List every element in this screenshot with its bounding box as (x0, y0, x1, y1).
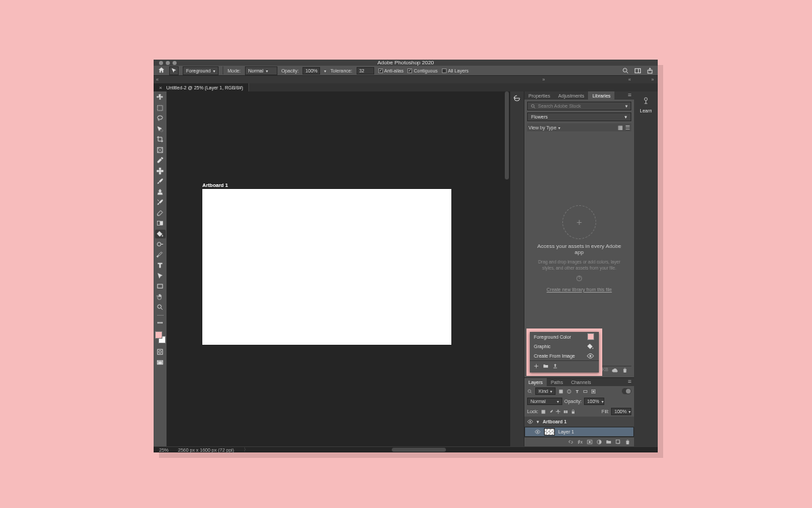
search-icon[interactable] (527, 389, 533, 394)
workspace-icon[interactable] (633, 66, 641, 75)
new-group-icon[interactable] (606, 439, 612, 445)
trash-icon[interactable] (625, 439, 631, 445)
artboard[interactable] (202, 189, 451, 345)
panel-menu-icon[interactable]: ≡ (625, 91, 634, 100)
visibility-icon[interactable] (527, 419, 533, 425)
panel-menu-icon[interactable]: ≡ (625, 378, 634, 386)
path-select-tool[interactable] (155, 272, 166, 280)
tab-properties[interactable]: Properties (524, 91, 554, 100)
learn-label[interactable]: Learn (640, 108, 652, 113)
alllayers-checkbox[interactable]: All Layers (442, 68, 469, 73)
quick-select-tool[interactable] (155, 125, 166, 133)
lock-image-icon[interactable] (548, 409, 554, 415)
layer-fill-input[interactable]: 100%▾ (611, 408, 631, 415)
layer-item-artboard[interactable]: ▾ Artboard 1 (524, 417, 634, 427)
lock-position-icon[interactable] (556, 409, 561, 415)
close-tab-icon[interactable]: × (159, 85, 162, 91)
artboard-label[interactable]: Artboard 1 (202, 182, 228, 188)
layer-name[interactable]: Layer 1 (558, 429, 574, 434)
frame-tool[interactable] (155, 146, 166, 154)
document-tab[interactable]: × Untitled-2 @ 25% (Layer 1, RGB/8#) (154, 83, 249, 91)
learn-icon[interactable] (641, 96, 650, 106)
foreground-color-swatch[interactable] (155, 331, 162, 339)
search-icon[interactable] (621, 66, 629, 75)
create-library-link[interactable]: Create new library from this file (547, 287, 612, 292)
add-asset-dropzone[interactable]: + (562, 205, 596, 239)
edit-toolbar-icon[interactable] (155, 318, 166, 327)
upload-icon[interactable] (552, 363, 558, 371)
fill-source-select[interactable]: Foreground ▾ (183, 66, 219, 75)
link-layers-icon[interactable] (568, 439, 574, 445)
filter-adjustment-icon[interactable] (566, 389, 572, 394)
color-swatches[interactable] (155, 331, 166, 343)
blend-mode-select[interactable]: Normal ▾ (245, 66, 277, 75)
stock-search-input[interactable]: Search Adobe Stock ▾ (527, 102, 631, 110)
lock-transparent-icon[interactable] (541, 409, 546, 415)
filter-pixel-icon[interactable] (558, 389, 564, 394)
lasso-tool[interactable] (155, 114, 166, 123)
vertical-scrollbar[interactable] (505, 91, 509, 438)
eraser-tool[interactable] (155, 209, 166, 217)
home-icon[interactable] (158, 66, 165, 75)
trash-icon[interactable] (622, 367, 628, 375)
hand-tool[interactable] (155, 293, 166, 301)
contiguous-checkbox[interactable]: Contiguous (407, 68, 437, 73)
share-icon[interactable] (646, 66, 654, 75)
disclosure-icon[interactable]: ▾ (537, 419, 539, 425)
grid-view-icon[interactable]: ▦ (618, 125, 623, 131)
library-view-mode[interactable]: View by Type ▾ ▦ ☰ (527, 123, 631, 131)
filter-type-icon[interactable] (574, 389, 580, 394)
type-tool[interactable] (155, 261, 166, 270)
pen-tool[interactable] (155, 251, 166, 259)
adjustment-layer-icon[interactable] (596, 439, 602, 445)
popup-item-graphic[interactable]: Graphic (530, 341, 599, 351)
lock-nesting-icon[interactable] (563, 409, 568, 415)
horizontal-scrollbar[interactable] (269, 448, 543, 452)
move-tool[interactable] (155, 93, 166, 102)
chevron-down-icon[interactable]: ▾ (625, 104, 628, 109)
screen-mode-icon[interactable] (155, 358, 166, 367)
antialias-checkbox[interactable]: Anti-alias (378, 68, 404, 73)
clone-stamp-tool[interactable] (155, 188, 166, 196)
filter-toggle[interactable] (622, 388, 631, 394)
list-view-icon[interactable]: ☰ (625, 125, 630, 131)
chevron-down-icon[interactable]: ▾ (324, 68, 326, 73)
filter-shape-icon[interactable] (583, 389, 588, 394)
layer-fx-icon[interactable] (577, 439, 583, 445)
layer-item[interactable]: Layer 1 (524, 427, 634, 437)
folder-icon[interactable] (543, 363, 549, 371)
expand-right-icon[interactable]: « (626, 77, 633, 82)
new-layer-icon[interactable] (615, 439, 621, 445)
blend-mode-select[interactable]: Normal▾ (527, 398, 562, 405)
crop-tool[interactable] (155, 135, 166, 144)
history-panel-icon[interactable] (513, 94, 521, 104)
tab-channels[interactable]: Channels (567, 378, 595, 386)
cloud-sync-icon[interactable] (612, 367, 618, 375)
filter-smart-icon[interactable] (591, 389, 596, 394)
history-brush-tool[interactable] (155, 198, 166, 207)
zoom-readout[interactable]: 25% (159, 448, 168, 452)
library-select[interactable]: Flowers ▾ (527, 112, 631, 121)
popup-item-create-from-image[interactable]: Create From Image (530, 351, 599, 360)
layer-thumbnail[interactable] (544, 428, 555, 436)
help-icon[interactable] (576, 275, 583, 283)
opacity-input[interactable]: 100% (302, 67, 320, 75)
tab-layers[interactable]: Layers (524, 378, 547, 386)
layer-mask-icon[interactable] (587, 439, 593, 445)
expand-right-icon[interactable]: » (540, 77, 547, 82)
doc-info-readout[interactable]: 2560 px x 1600 px (72 ppi) (178, 448, 234, 452)
tool-preset-picker[interactable] (169, 66, 179, 75)
lock-all-icon[interactable] (570, 409, 576, 415)
gradient-tool[interactable] (155, 219, 166, 228)
tab-adjustments[interactable]: Adjustments (554, 91, 589, 100)
healing-brush-tool[interactable] (155, 167, 166, 175)
eyedropper-tool[interactable] (155, 156, 166, 165)
tab-libraries[interactable]: Libraries (588, 91, 614, 100)
layer-opacity-input[interactable]: 100%▾ (584, 398, 604, 405)
popup-item-foreground-color[interactable]: Foreground Color (530, 332, 599, 341)
tolerance-input[interactable]: 32 (357, 67, 374, 75)
expand-left-icon[interactable]: « (154, 77, 161, 82)
brush-tool[interactable] (155, 177, 166, 186)
tab-paths[interactable]: Paths (547, 378, 567, 386)
visibility-icon[interactable] (535, 429, 541, 436)
